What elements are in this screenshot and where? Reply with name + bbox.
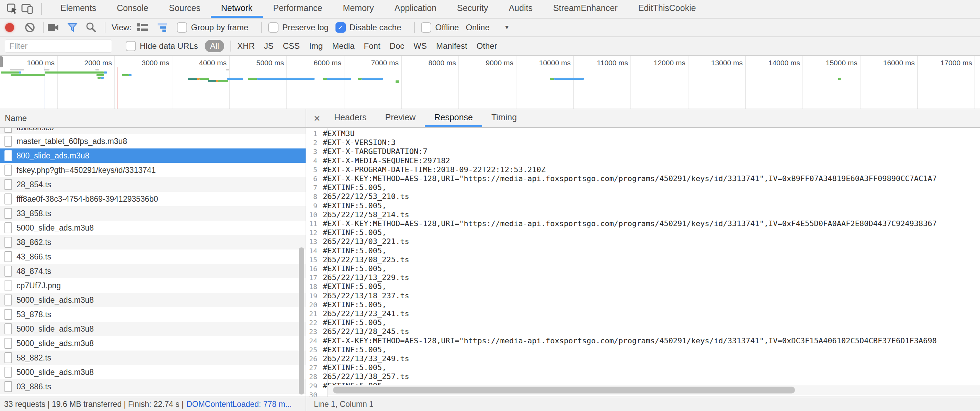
- filter-input[interactable]: [5, 40, 112, 53]
- toolbar-separator: [105, 22, 105, 33]
- overview-time-label: 12000 ms: [634, 59, 686, 67]
- request-row[interactable]: fskey.php?gth=450291/keys/id/3313741: [0, 163, 305, 177]
- panel-divider[interactable]: [305, 109, 306, 411]
- line-number: 2: [306, 138, 323, 147]
- filter-type-manifest[interactable]: Manifest: [436, 41, 467, 51]
- tab-sources[interactable]: Sources: [159, 0, 211, 18]
- line-content: #EXT-X-PROGRAM-DATE-TIME:2018-09-22T22:1…: [323, 165, 546, 174]
- close-icon[interactable]: ×: [309, 109, 325, 127]
- waterfall-bar: [11, 74, 45, 76]
- waterfall-bar: [248, 78, 257, 80]
- filter-type-img[interactable]: Img: [309, 41, 323, 51]
- disable-cache-toggle[interactable]: ✓ Disable cache: [336, 22, 407, 33]
- overview-gridline: [458, 56, 459, 108]
- line-content: #EXTINF:5.005,: [323, 246, 386, 255]
- filter-type-font[interactable]: Font: [364, 41, 380, 51]
- tab-streamenhancer[interactable]: StreamEnhancer: [543, 0, 628, 18]
- request-row[interactable]: master_tablet_60fps_ads.m3u8: [0, 134, 305, 148]
- inspect-element-icon[interactable]: [5, 2, 20, 16]
- details-tab-response[interactable]: Response: [425, 109, 482, 127]
- filter-type-media[interactable]: Media: [332, 41, 354, 51]
- filter-type-xhr[interactable]: XHR: [237, 41, 255, 51]
- request-row[interactable]: cp7Uf7J.png: [0, 278, 305, 293]
- request-row[interactable]: favicon.ico: [0, 128, 305, 134]
- request-row[interactable]: 28_854.ts: [0, 177, 305, 192]
- search-icon[interactable]: [86, 22, 97, 33]
- load-event-marker: [117, 67, 118, 108]
- small-rows-view-icon[interactable]: [136, 22, 149, 33]
- tab-elements[interactable]: Elements: [50, 0, 107, 18]
- group-by-frame-toggle[interactable]: Group by frame: [177, 22, 254, 33]
- response-line: 26265/22/13/33_249.ts: [306, 354, 980, 363]
- filter-type-js[interactable]: JS: [264, 41, 274, 51]
- clear-button[interactable]: [24, 22, 35, 33]
- tab-performance[interactable]: Performance: [262, 0, 332, 18]
- tab-network[interactable]: Network: [211, 0, 263, 18]
- domcontentloaded-link[interactable]: DOMContentLoaded: 778 m...: [186, 400, 292, 409]
- overview-time-label: 4000 ms: [175, 59, 227, 67]
- tab-audits[interactable]: Audits: [498, 0, 542, 18]
- screencast-capture-icon[interactable]: [47, 22, 59, 33]
- overview-gridline: [745, 56, 746, 108]
- line-content: 265/22/13/03_221.ts: [323, 237, 409, 246]
- network-overview[interactable]: 1000 ms2000 ms3000 ms4000 ms5000 ms6000 …: [0, 56, 980, 109]
- filter-funnel-icon[interactable]: [67, 22, 78, 33]
- hide-data-urls-label: Hide data URLs: [140, 41, 198, 51]
- line-number: 30: [306, 390, 323, 397]
- scrollbar-thumb[interactable]: [333, 387, 795, 393]
- request-row[interactable]: 5000_slide_ads.m3u8: [0, 293, 305, 307]
- name-column-header[interactable]: Name: [0, 109, 305, 128]
- hide-data-urls-toggle[interactable]: Hide data URLs: [126, 41, 203, 51]
- request-row[interactable]: 5000_slide_ads.m3u8: [0, 221, 305, 235]
- request-row[interactable]: 5000_slide_ads.m3u8: [0, 322, 305, 336]
- tab-console[interactable]: Console: [107, 0, 159, 18]
- offline-checkbox[interactable]: [421, 22, 431, 33]
- preserve-log-checkbox[interactable]: [268, 22, 278, 33]
- file-icon: [5, 128, 12, 133]
- request-row[interactable]: 43_866.ts: [0, 250, 305, 264]
- record-button[interactable]: [5, 23, 14, 32]
- hide-data-urls-checkbox[interactable]: [126, 41, 136, 51]
- filter-type-doc[interactable]: Doc: [390, 41, 404, 51]
- line-number: 1: [306, 129, 323, 138]
- waterfall-view-icon[interactable]: [156, 22, 169, 33]
- device-toolbar-icon[interactable]: [20, 2, 35, 16]
- request-row[interactable]: 48_874.ts: [0, 264, 305, 278]
- response-horizontal-scrollbar[interactable]: [328, 385, 980, 395]
- request-row[interactable]: fff8ae0f-38c3-4754-b869-3941293536b0: [0, 192, 305, 206]
- request-row[interactable]: 38_862.ts: [0, 235, 305, 250]
- request-row-partial[interactable]: favicon.ico: [0, 128, 305, 134]
- line-content: 265/22/12/58_214.ts: [323, 210, 409, 219]
- tab-editthiscookie[interactable]: EditThisCookie: [628, 0, 706, 18]
- request-name: cp7Uf7J.png: [16, 281, 61, 290]
- tab-application[interactable]: Application: [384, 0, 447, 18]
- group-by-frame-checkbox[interactable]: [177, 22, 187, 33]
- request-row[interactable]: 03_886.ts: [0, 379, 305, 394]
- tab-security[interactable]: Security: [447, 0, 498, 18]
- request-row[interactable]: 5000_slide_ads.m3u8: [0, 336, 305, 350]
- details-tab-headers[interactable]: Headers: [325, 109, 376, 127]
- request-list-scrollbar[interactable]: [299, 247, 304, 395]
- throttling-dropdown[interactable]: Online ▼: [466, 23, 509, 32]
- details-tab-preview[interactable]: Preview: [376, 109, 425, 127]
- request-row[interactable]: 800_slide_ads.m3u8: [0, 148, 305, 163]
- response-line: 9#EXTINF:5.005,: [306, 201, 980, 210]
- overview-drag-handle[interactable]: [0, 56, 3, 67]
- filter-type-other[interactable]: Other: [477, 41, 497, 51]
- details-tab-timing[interactable]: Timing: [482, 109, 526, 127]
- preserve-log-toggle[interactable]: Preserve log: [268, 22, 334, 33]
- line-content: #EXTINF:5.005,: [323, 228, 386, 237]
- offline-label: Offline: [435, 23, 459, 32]
- request-row[interactable]: 5000_slide_ads.m3u8: [0, 365, 305, 379]
- tab-memory[interactable]: Memory: [332, 0, 384, 18]
- filter-type-css[interactable]: CSS: [283, 41, 300, 51]
- file-icon: [5, 193, 12, 204]
- line-number: 8: [306, 192, 323, 201]
- disable-cache-checkbox[interactable]: ✓: [336, 22, 346, 33]
- offline-toggle[interactable]: Offline: [421, 22, 464, 33]
- request-row[interactable]: 53_878.ts: [0, 307, 305, 322]
- request-row[interactable]: 58_882.ts: [0, 350, 305, 365]
- filter-type-all[interactable]: All: [205, 40, 224, 52]
- filter-type-ws[interactable]: WS: [414, 41, 427, 51]
- request-row[interactable]: 33_858.ts: [0, 206, 305, 221]
